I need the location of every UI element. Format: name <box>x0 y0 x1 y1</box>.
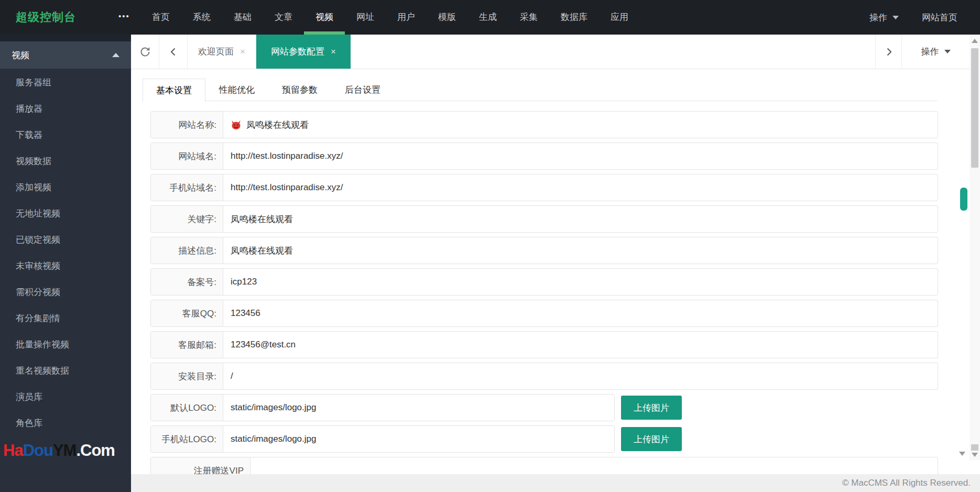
form-row-icp: 备案号: <box>150 268 938 296</box>
sidebar-top-strip <box>0 35 131 41</box>
refresh-icon <box>139 46 151 58</box>
content-scrollbar-down-arrow-icon[interactable] <box>959 452 965 456</box>
sidebar-item-locked-video[interactable]: 已锁定视频 <box>0 227 131 253</box>
field-value-area <box>223 112 938 138</box>
settings-tabs: 基本设置 性能优化 预留参数 后台设置 <box>143 79 937 101</box>
mobile-domain-input[interactable] <box>231 174 938 201</box>
window-scrollbar[interactable] <box>970 35 980 460</box>
tab-welcome-page[interactable]: 欢迎页面 × <box>188 35 256 69</box>
topnav-item-article[interactable]: 文章 <box>263 0 304 35</box>
sidebar-item-server-group[interactable]: 服务器组 <box>0 70 131 96</box>
tab-performance[interactable]: 性能优化 <box>205 79 268 101</box>
form-row-default-logo: 默认LOGO: 上传图片 <box>150 394 938 421</box>
field-label: 默认LOGO: <box>151 395 223 421</box>
tab-basic-settings[interactable]: 基本设置 <box>143 79 205 102</box>
service-email-input[interactable] <box>231 332 938 358</box>
upload-image-button[interactable]: 上传图片 <box>621 427 682 451</box>
sidebar-item-role-library[interactable]: 角色库 <box>0 410 131 436</box>
ellipsis-menu-icon[interactable]: ••• <box>118 0 130 35</box>
tabs-scroll-left-button[interactable] <box>159 35 188 69</box>
sidebar: 视频 服务器组 播放器 下载器 视频数据 添加视频 无地址视频 已锁定视频 未审… <box>0 35 131 492</box>
topnav-item-home[interactable]: 首页 <box>140 0 181 35</box>
keywords-input[interactable] <box>231 206 938 232</box>
form-row-mobile-domain: 手机站域名: <box>150 174 938 201</box>
tabs-scroll-right-button[interactable] <box>875 35 901 69</box>
chevron-left-icon <box>168 47 179 57</box>
install-dir-input[interactable] <box>231 363 938 389</box>
field-value-area <box>223 363 938 389</box>
field-label: 描述信息: <box>151 237 223 264</box>
topnav-item-collect[interactable]: 采集 <box>508 0 549 35</box>
close-icon[interactable]: × <box>240 47 245 56</box>
collapse-arrow-icon[interactable] <box>112 53 119 57</box>
sidebar-section-header[interactable]: 视频 <box>0 41 131 69</box>
tab-reserved-params[interactable]: 预留参数 <box>268 79 331 101</box>
sidebar-item-episodes[interactable]: 有分集剧情 <box>0 305 131 332</box>
form-row-site-domain: 网站域名: <box>150 143 938 170</box>
sidebar-item-actor-library[interactable]: 演员库 <box>0 384 131 410</box>
tabbar-actions-dropdown[interactable]: 操作 <box>901 35 970 69</box>
form-row-install-dir: 安装目录: <box>150 363 938 390</box>
topnav-item-video[interactable]: 视频 <box>304 0 345 35</box>
site-name-input[interactable] <box>246 112 938 138</box>
topnav-item-template[interactable]: 模版 <box>427 0 467 35</box>
page-tab-bar: 欢迎页面 × 网站参数配置 × 操作 <box>131 35 970 69</box>
sidebar-item-duplicate-video[interactable]: 重名视频数据 <box>0 358 131 384</box>
scrollbar-down-arrow-icon[interactable] <box>972 453 978 457</box>
topbar-actions-dropdown[interactable]: 操作 <box>869 12 899 24</box>
tabbar-actions-label: 操作 <box>921 46 939 58</box>
topnav-item-basic[interactable]: 基础 <box>222 0 263 35</box>
main-content: 基本设置 性能优化 预留参数 后台设置 网站名称: <box>131 69 970 492</box>
field-label: 备案号: <box>151 269 223 295</box>
field-value-area <box>223 395 614 421</box>
field-value-area <box>223 300 938 326</box>
tab-site-params-config[interactable]: 网站参数配置 × <box>256 35 351 69</box>
topbar-actions-label: 操作 <box>869 12 887 24</box>
content-scrollbar-thumb[interactable] <box>960 188 967 211</box>
field-label: 关键字: <box>151 206 223 232</box>
site-home-link[interactable]: 网站首页 <box>922 12 957 24</box>
topbar-right-group: 操作 网站首页 <box>869 0 957 35</box>
sidebar-item-batch-operate[interactable]: 批量操作视频 <box>0 332 131 358</box>
topnav-item-database[interactable]: 数据库 <box>549 0 599 35</box>
field-value-area <box>223 237 938 264</box>
field-label: 安装目录: <box>151 363 223 389</box>
field-value-area <box>223 332 938 358</box>
sidebar-item-player[interactable]: 播放器 <box>0 96 131 122</box>
sidebar-section-title: 视频 <box>12 49 29 61</box>
refresh-button[interactable] <box>131 35 159 69</box>
form-row-service-email: 客服邮箱: <box>150 331 938 358</box>
scrollbar-end-block <box>971 444 978 451</box>
field-value-area <box>223 206 938 232</box>
form-row-service-qq: 客服QQ: <box>150 300 938 327</box>
service-qq-input[interactable] <box>231 300 938 326</box>
sidebar-item-points-video[interactable]: 需积分视频 <box>0 279 131 305</box>
sidebar-item-no-url-video[interactable]: 无地址视频 <box>0 201 131 227</box>
description-input[interactable] <box>231 237 938 264</box>
default-logo-input[interactable] <box>231 395 614 421</box>
scrollbar-thumb[interactable] <box>971 48 978 168</box>
topnav-item-apps[interactable]: 应用 <box>599 0 640 35</box>
sidebar-item-unreviewed-video[interactable]: 未审核视频 <box>0 253 131 279</box>
mobile-logo-input[interactable] <box>231 426 614 452</box>
caret-down-icon <box>892 16 899 19</box>
topnav-item-generate[interactable]: 生成 <box>467 0 508 35</box>
tab-label: 网站参数配置 <box>271 46 324 58</box>
site-domain-input[interactable] <box>231 143 938 169</box>
field-label: 客服QQ: <box>151 300 223 326</box>
sidebar-item-video-data[interactable]: 视频数据 <box>0 148 131 174</box>
brand-part-red: Ha <box>3 441 23 460</box>
sidebar-item-downloader[interactable]: 下载器 <box>0 122 131 148</box>
scrollbar-up-arrow-icon[interactable] <box>972 39 978 43</box>
copyright-text: © MacCMS All Rights Reserved. <box>842 478 971 488</box>
form-row-description: 描述信息: <box>150 237 938 264</box>
upload-image-button[interactable]: 上传图片 <box>621 396 682 420</box>
topnav-item-user[interactable]: 用户 <box>386 0 427 35</box>
icp-number-input[interactable] <box>231 269 938 295</box>
topnav-item-website[interactable]: 网址 <box>345 0 386 35</box>
tab-backend-settings[interactable]: 后台设置 <box>331 79 394 101</box>
close-icon[interactable]: × <box>331 47 336 56</box>
form-row-site-name: 网站名称: <box>150 111 938 138</box>
topnav-item-system[interactable]: 系统 <box>181 0 222 35</box>
sidebar-item-add-video[interactable]: 添加视频 <box>0 174 131 201</box>
